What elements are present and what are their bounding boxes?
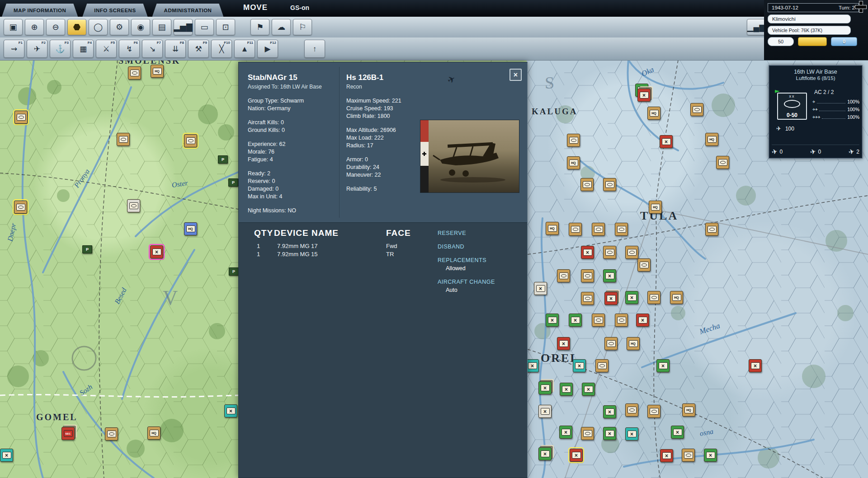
aircraft-count-button[interactable]: ✈ 0 [772,148,783,156]
airbase-counter[interactable]: xx 0-50 [777,93,807,120]
map-unit-counter[interactable] [603,178,616,191]
map-unit-counter[interactable] [716,156,729,169]
map-unit-counter[interactable] [581,269,594,282]
map-unit-counter[interactable] [615,314,628,327]
map-unit-counter[interactable] [656,359,670,372]
map-unit-counter[interactable] [546,222,559,235]
f7-interdiction-icon[interactable]: ↘ F7 [142,40,163,58]
map-unit-counter[interactable] [538,405,552,418]
screen-capture-icon[interactable]: ⊡ [216,19,235,35]
move-orders-flag-icon[interactable]: ⚑ [250,19,269,35]
map-unit-counter[interactable] [567,156,580,169]
map-unit-counter[interactable] [557,337,570,350]
map-unit-counter[interactable] [615,223,628,236]
map-unit-counter[interactable] [580,178,594,191]
map-unit-counter[interactable] [560,383,573,396]
map-unit-counter[interactable] [581,292,594,305]
map-unit-counter[interactable] [627,337,640,350]
map-unit-counter[interactable] [660,449,673,462]
map-unit-counter[interactable] [573,359,586,372]
zoom-in-icon[interactable]: ⊕ [25,19,44,35]
menu-tab[interactable]: ADMINISTRATION [152,4,224,17]
map-unit-counter[interactable] [14,201,27,214]
map-unit-counter[interactable] [224,404,237,417]
f11-strat-bombing-icon[interactable]: ▲ F11 [234,40,255,58]
map-unit-counter[interactable] [637,89,651,102]
map-unit-counter[interactable] [625,427,638,441]
aircraft-count-button[interactable]: ✈ 0 [810,148,821,156]
map-unit-counter[interactable] [147,426,160,440]
map-unit-counter[interactable] [581,246,594,259]
map-unit-counter[interactable] [117,133,130,146]
graph-icon[interactable]: ▂▅▇ [174,19,193,35]
7.92mm MG 15[interactable]: 1 7.92mm MG 15 TR [239,251,433,259]
map-unit-counter[interactable] [228,178,238,187]
map-unit-counter[interactable] [82,245,92,253]
7.92mm MG 17[interactable]: 1 7.92mm MG 17 Fwd [239,243,433,251]
map-unit-counter[interactable] [603,427,616,440]
map-unit-counter[interactable] [559,426,572,439]
map-unit-counter[interactable] [660,135,673,148]
disband-link[interactable]: DISBAND [438,244,524,250]
map-unit-counter[interactable] [0,449,13,462]
map-unit-counter[interactable] [582,383,595,396]
map-unit-counter[interactable] [749,359,762,372]
map-unit-counter[interactable] [184,222,197,235]
f8-bomb-airfield-icon[interactable]: ⇊ F8 [165,40,186,58]
map-unit-counter[interactable] [604,337,618,350]
map-unit-counter[interactable] [184,134,197,147]
losses-chart-button[interactable]: ▁▄▆ [747,19,766,35]
map-unit-counter[interactable] [682,403,695,417]
map-unit-counter[interactable] [705,223,718,236]
f6-ground-support-icon[interactable]: ↯ F6 [119,40,140,58]
close-button[interactable]: × [509,69,522,81]
f5-air-superiority-icon[interactable]: ⚔ F5 [96,40,117,58]
map-unit-counter[interactable] [625,403,638,417]
hex-grid-toggle-icon[interactable] [67,19,86,35]
map-unit-counter[interactable] [671,426,684,439]
map-unit-counter[interactable] [569,223,582,236]
map-unit-counter[interactable] [595,359,609,372]
move-mode-label[interactable]: MOVE [235,3,276,12]
map-unit-counter[interactable] [649,201,662,214]
air-doctrine-button[interactable]: ↑ [304,40,325,58]
settings-gear-icon[interactable]: ⚙ [110,19,129,35]
map-unit-counter[interactable] [570,449,583,462]
map-unit-counter[interactable] [625,291,638,304]
end-turn-flag-icon[interactable]: ⚐ [293,19,312,35]
map-unit-counter[interactable] [625,246,638,259]
reserve-link[interactable]: RESERVE [438,230,524,236]
unit-ring-toggle-icon[interactable]: ◯ [89,19,108,35]
map-unit-counter[interactable] [218,155,228,164]
map-unit-counter[interactable] [670,291,683,304]
map-unit-counter[interactable] [603,246,616,259]
map-unit-counter[interactable] [647,107,660,120]
aircraft-name[interactable]: Hs 126B-1 [346,73,419,82]
map-unit-counter[interactable] [546,314,559,327]
jump-map-icon[interactable]: ▤ [152,19,171,35]
zoom-out-icon[interactable]: ⊖ [46,19,65,35]
gs-toggle[interactable]: GS-on [290,4,309,11]
map-unit-counter[interactable] [690,103,703,116]
map-unit-counter[interactable] [526,359,539,372]
aircraft-count-button[interactable]: ✈ 2 [849,148,859,156]
map-unit-counter[interactable] [538,381,552,394]
map-unit-counter[interactable] [682,449,695,462]
f4-rail-mode-icon[interactable]: ▦ F4 [73,40,94,58]
weather-icon[interactable]: ☁ [272,19,291,35]
map-unit-counter[interactable] [592,223,605,236]
map-unit-counter[interactable] [704,449,717,462]
unit-panel-title[interactable]: 16th LW Air Base [769,69,862,75]
replacements-link[interactable]: REPLACEMENTS [438,257,524,263]
map-unit-counter[interactable] [604,292,618,305]
map-unit-counter[interactable] [647,405,660,418]
f1-move-mode-icon[interactable]: ⇝ F1 [4,40,24,58]
map-unit-counter[interactable] [151,65,164,78]
map-unit-counter[interactable] [603,405,616,418]
assigned-to-link[interactable]: Assigned To: 16th LW Air Base [248,84,336,90]
map-unit-counter[interactable] [647,291,660,304]
f2-air-recon-icon[interactable]: ✈ F2 [27,40,47,58]
f3-naval-transport-icon[interactable]: ⚓ F3 [50,40,71,58]
map-unit-counter[interactable] [557,269,570,282]
zoom-level-box[interactable]: 50 [768,37,794,46]
